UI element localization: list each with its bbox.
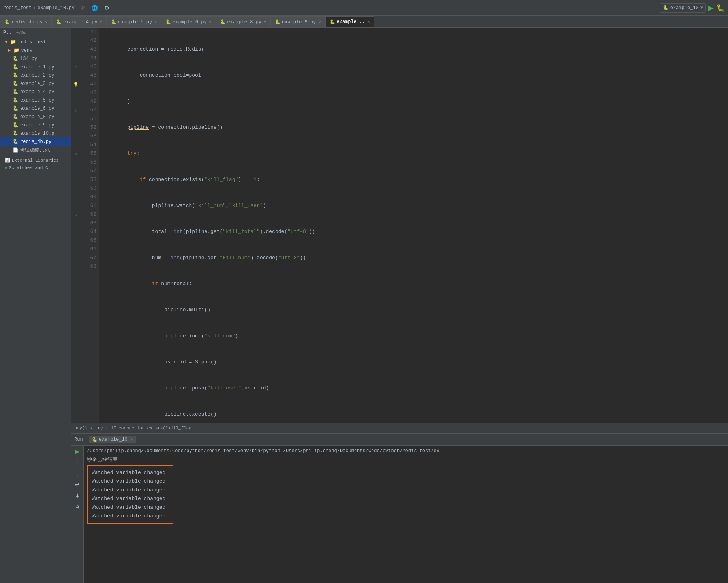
breadcrumb-bar: buy() › try › if connection.exists("kill… [71, 423, 728, 433]
debug-button[interactable]: 🐛 [716, 4, 725, 12]
run-config-dropdown[interactable]: 🐍 example_10 ▼ [660, 3, 706, 13]
gutter-55[interactable]: ◇ [71, 149, 81, 158]
globe-icon[interactable]: 🌐 [89, 4, 100, 12]
code-line-49: num = int(pipline.get("kill_num").decode… [103, 254, 725, 262]
gutter-62[interactable]: ◇ [71, 210, 81, 219]
tab-example4[interactable]: 🐍 example_4.py ✕ [52, 16, 106, 27]
gutter-58 [71, 175, 81, 184]
code-content[interactable]: connection = redis.Redis( connection_poo… [99, 28, 728, 423]
gutter-48 [71, 88, 81, 97]
tab-icon-example8: 🐍 [220, 19, 226, 24]
sidebar-item-root[interactable]: ▼ 📁 redis_test [0, 38, 71, 46]
gutter-56 [71, 158, 81, 167]
run-print-button[interactable]: 🖨 [73, 502, 81, 511]
py-file-icon-example6: 🐍 [13, 105, 19, 111]
watched-line-3: Watched variable changed. [92, 486, 169, 495]
sidebar: P... ~/Do ▼ 📁 redis_test ▶ 📁 venv 🐍 134.… [0, 28, 71, 583]
run-button[interactable]: ▶ [708, 4, 714, 12]
sidebar-item-example4[interactable]: 🐍 example_4.py [0, 88, 71, 96]
sidebar-item-example8[interactable]: 🐍 example_8.py [0, 113, 71, 121]
tab-close-example6[interactable]: ✕ [209, 20, 212, 24]
sidebar-item-txt[interactable]: 📄 考试成绩.txt [0, 146, 71, 155]
sidebar-item-example5[interactable]: 🐍 example_5.py [0, 96, 71, 104]
run-output[interactable]: /Users/philip.cheng/Documents/Code/pytho… [84, 446, 728, 583]
sidebar-item-example9[interactable]: 🐍 example_9.py [0, 121, 71, 129]
code-line-52: pipline.incr("kill_num") [103, 332, 725, 340]
sidebar-item-venv[interactable]: ▶ 📁 venv [0, 46, 71, 55]
top-bar: redis_test › example_10.py P 🌐 ⚙ 🐍 examp… [0, 0, 728, 16]
tab-example5[interactable]: 🐍 example_5.py ✕ [107, 16, 161, 27]
gutter-50[interactable]: ◇ [71, 106, 81, 115]
sidebar-item-external-libraries[interactable]: 📊 External Libraries [0, 156, 71, 164]
gutter-65 [71, 236, 81, 245]
run-wrap-button[interactable]: ⇌ [74, 480, 81, 489]
tab-close-example9[interactable]: ✕ [318, 20, 321, 24]
run-tab-example10[interactable]: 🐍 example_10 ✕ [89, 436, 136, 443]
sidebar-item-example2[interactable]: 🐍 example_2.py [0, 71, 71, 79]
run-panel-header: Run: 🐍 example_10 ✕ [71, 434, 728, 446]
tab-close-example10[interactable]: ✕ [368, 19, 370, 24]
gutter-51 [71, 115, 81, 123]
sidebar-example1-label: example_1.py [20, 64, 54, 70]
sidebar-item-134[interactable]: 🐍 134.py [0, 55, 71, 63]
project-icon[interactable]: P [79, 4, 87, 12]
tab-icon-example9: 🐍 [275, 19, 280, 24]
tabs-bar: 🐍 redis_db.py ✕ 🐍 example_4.py ✕ 🐍 examp… [0, 16, 728, 28]
sidebar-project-label[interactable]: P... [3, 30, 15, 36]
gutter-42 [71, 36, 81, 45]
sidebar-example4-label: example_4.py [20, 89, 54, 95]
settings-icon[interactable]: ⚙ [102, 4, 111, 12]
watched-line-4: Watched variable changed. [92, 495, 169, 503]
run-config-label: example_10 [670, 5, 699, 11]
gutter-49 [71, 97, 81, 106]
sidebar-root-name: redis_test [18, 39, 46, 45]
sidebar-root-label: ~/Do [16, 30, 26, 35]
gutter-45[interactable]: ◇ [71, 62, 81, 71]
sidebar-txt-label: 考试成绩.txt [20, 147, 51, 154]
gutter-54 [71, 141, 81, 149]
tab-example6[interactable]: 🐍 example_6.py ✕ [161, 16, 216, 27]
tab-icon-example10: 🐍 [330, 19, 335, 24]
run-toolbar: ▶ ↑ ↓ ⇌ ⬇ 🖨 [71, 446, 84, 583]
sidebar-item-example1[interactable]: 🐍 example_1.py [0, 63, 71, 71]
sidebar-item-redisdb[interactable]: 🐍 redis_db.py [0, 137, 71, 146]
sidebar-item-scratches[interactable]: ✱ Scratches and C [0, 164, 71, 171]
gutter-57 [71, 167, 81, 175]
run-download-button[interactable]: ⬇ [74, 491, 81, 500]
sidebar-item-example3[interactable]: 🐍 example_3.py [0, 79, 71, 88]
tab-close-example8[interactable]: ✕ [264, 20, 266, 24]
tab-close-example4[interactable]: ✕ [100, 20, 102, 24]
tab-icon-example5: 🐍 [111, 19, 116, 24]
sidebar-example3-label: example_3.py [20, 81, 54, 87]
breadcrumb-file[interactable]: example_10.py [38, 5, 75, 11]
py-file-icon-example5: 🐍 [13, 97, 19, 103]
gutter-43 [71, 45, 81, 54]
gutter-64 [71, 228, 81, 236]
breadcrumb-project[interactable]: redis_test [3, 5, 32, 11]
run-tab-close[interactable]: ✕ [131, 437, 133, 442]
tab-example10[interactable]: 🐍 example... ✕ [325, 16, 374, 27]
code-line-41: connection = redis.Redis( [103, 45, 725, 54]
gutter-47: 💡 [71, 80, 81, 88]
tab-close-example5[interactable]: ✕ [154, 20, 157, 24]
sidebar-item-example6[interactable]: 🐍 example_6.py [0, 104, 71, 113]
tab-close-redis-db[interactable]: ✕ [45, 20, 47, 24]
tab-label-example4: example_4.py [63, 19, 97, 25]
py-file-icon-redisdb: 🐍 [13, 139, 19, 145]
gutter-52 [71, 123, 81, 132]
tab-example9[interactable]: 🐍 example_9.py ✕ [270, 16, 325, 27]
sidebar-example6-label: example_6.py [20, 106, 54, 111]
py-file-icon-example2: 🐍 [13, 72, 19, 78]
sidebar-item-example10[interactable]: 🐍 example_10.p [0, 129, 71, 137]
run-panel-body: ▶ ↑ ↓ ⇌ ⬇ 🖨 /Users/philip.cheng/Document… [71, 446, 728, 583]
run-play-button[interactable]: ▶ [74, 447, 81, 456]
editor[interactable]: ◇ 💡 ◇ ◇ ◇ [71, 28, 728, 423]
code-line-50: if num<total: [103, 280, 725, 288]
watched-line-1: Watched variable changed. [92, 468, 169, 477]
tab-example8[interactable]: 🐍 example_8.py ✕ [216, 16, 270, 27]
tab-redis-db[interactable]: 🐍 redis_db.py ✕ [0, 16, 52, 27]
run-scroll-up-button[interactable]: ↑ [75, 458, 80, 467]
left-gutter: ◇ 💡 ◇ ◇ ◇ [71, 28, 81, 423]
run-scroll-down-button[interactable]: ↓ [75, 469, 80, 478]
tab-label-example8: example_8.py [227, 19, 261, 25]
